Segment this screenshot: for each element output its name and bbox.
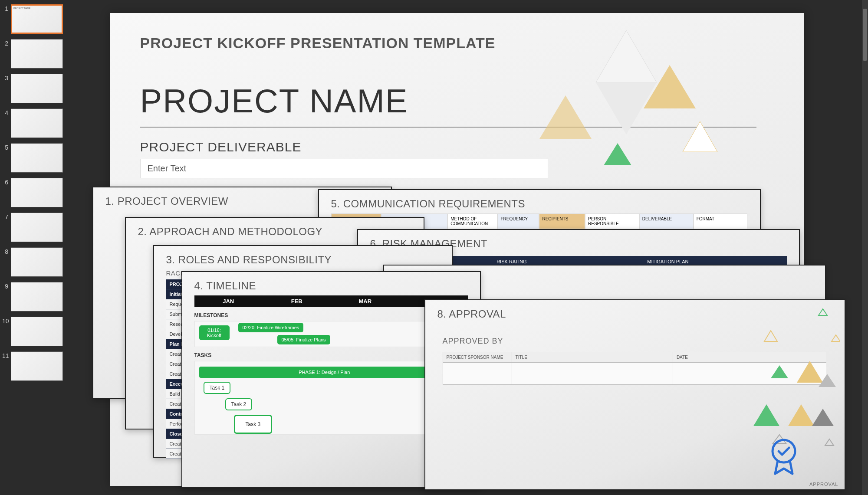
slide-thumb-5[interactable] xyxy=(11,143,63,173)
col-header: PERSON RESPONSIBLE xyxy=(585,213,639,229)
card-title: 8. APPROVAL xyxy=(425,300,845,324)
triangle-decor-icon xyxy=(513,26,739,165)
slide-thumb-10[interactable] xyxy=(11,317,63,346)
presentation-app: 1PROJECT NAME 2 3 4 5 6 7 8 9 10 11 PROJ… xyxy=(0,0,868,495)
milestone-pill[interactable]: 05/05: Finalize Plans xyxy=(277,335,330,344)
thumb-number: 5 xyxy=(2,143,11,151)
month-label: JAN xyxy=(194,295,263,307)
card-title: 5. COMMUNICATION REQUIREMENTS xyxy=(319,190,760,213)
col-header: FREQUENCY xyxy=(497,213,539,229)
slide-thumbnails-panel: 1PROJECT NAME 2 3 4 5 6 7 8 9 10 11 xyxy=(0,0,76,495)
approved-by-label: APPROVED BY xyxy=(443,337,827,346)
thumb-number: 1 xyxy=(2,4,11,12)
col-header: RECIPIENTS xyxy=(539,213,585,229)
slide-editor[interactable]: PROJECT KICKOFF PRESENTATION TEMPLATE PR… xyxy=(76,0,868,495)
slide-thumb-9[interactable] xyxy=(11,282,63,311)
thumb-number: 2 xyxy=(2,39,11,47)
svg-marker-0 xyxy=(596,30,657,82)
col-header: DATE xyxy=(673,352,827,363)
phase-bar[interactable]: PHASE 1: Design / Plan xyxy=(199,367,450,378)
vertical-scrollbar[interactable] xyxy=(862,0,868,495)
footer-label: APPROVAL xyxy=(809,482,838,487)
thumb-number: 3 xyxy=(2,74,11,82)
phase-label: PHASE 1: Design / Plan xyxy=(299,370,350,375)
task-pill[interactable]: Task 3 xyxy=(234,415,273,434)
slide-thumb-1[interactable]: PROJECT NAME xyxy=(11,4,63,34)
svg-marker-14 xyxy=(812,409,834,426)
slide-thumb-7[interactable] xyxy=(11,213,63,242)
card-approval[interactable]: 8. APPROVAL APPROVED BY PROJECT SPONSOR … xyxy=(424,299,845,490)
approval-table: PROJECT SPONSOR NAME TITLE DATE xyxy=(443,352,827,385)
month-label: FEB xyxy=(263,295,331,307)
svg-marker-5 xyxy=(596,143,639,165)
milestone-pill[interactable]: 02/20: Finalize Wireframes xyxy=(238,323,304,332)
slide-thumb-4[interactable] xyxy=(11,108,63,138)
task-pill[interactable]: Task 2 xyxy=(225,398,253,410)
svg-marker-3 xyxy=(539,95,592,139)
thumb-number: 10 xyxy=(2,317,11,325)
deliverable-input[interactable]: Enter Text xyxy=(140,159,548,178)
thumb-number: 7 xyxy=(2,213,11,220)
milestone-pill[interactable]: 01/16: Kickoff xyxy=(199,325,230,340)
slide-thumb-3[interactable] xyxy=(11,74,63,103)
card-title: 4. TIMELINE xyxy=(182,272,480,295)
col-header: PROJECT SPONSOR NAME xyxy=(443,352,512,363)
slide-thumb-8[interactable] xyxy=(11,247,63,277)
svg-marker-13 xyxy=(788,404,814,426)
col-header: FORMAT xyxy=(694,213,748,229)
svg-marker-12 xyxy=(753,404,779,426)
thumb-number: 4 xyxy=(2,108,11,116)
slide-thumb-11[interactable] xyxy=(11,351,63,381)
slide-thumb-6[interactable] xyxy=(11,178,63,207)
col-header: TITLE xyxy=(512,352,673,363)
thumb-number: 11 xyxy=(2,351,11,359)
svg-marker-16 xyxy=(825,439,834,446)
svg-marker-4 xyxy=(683,121,717,152)
month-label: MAR xyxy=(331,295,400,307)
svg-point-17 xyxy=(773,440,795,462)
scrollbar-thumb[interactable] xyxy=(863,9,867,61)
slide-thumb-2[interactable] xyxy=(11,39,63,69)
thumb-number: 6 xyxy=(2,178,11,186)
thumb-number: 8 xyxy=(2,247,11,255)
approval-badge-icon xyxy=(766,436,801,482)
task-pill[interactable]: Task 1 xyxy=(204,382,231,394)
col-header: METHOD OF COMMUNICATION xyxy=(447,213,497,229)
slide-canvas: PROJECT KICKOFF PRESENTATION TEMPLATE PR… xyxy=(92,13,852,486)
thumb-number: 9 xyxy=(2,282,11,290)
col-header: DELIVERABLE xyxy=(639,213,694,229)
